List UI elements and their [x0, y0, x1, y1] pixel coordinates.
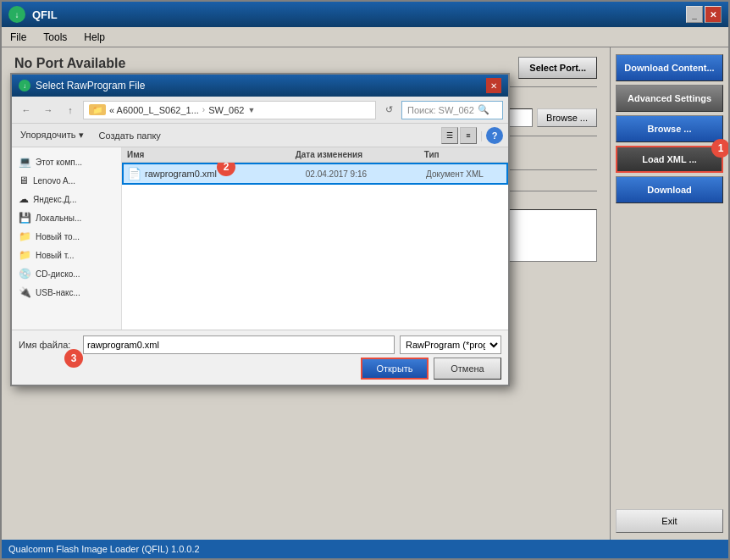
nav-cd[interactable]: 💿 CD-диско... — [12, 264, 121, 283]
minimize-button[interactable]: _ — [686, 6, 703, 23]
nav-label-computer: Этот комп... — [36, 158, 82, 167]
menu-bar: File Tools Help — [2, 27, 728, 47]
app-title: QFIL — [32, 8, 58, 21]
breadcrumb-current: SW_062 — [208, 105, 244, 115]
breadcrumb-sep: › — [202, 105, 205, 114]
filename-label: Имя файла: — [19, 340, 78, 350]
filetype-select[interactable]: RawProgram (*program*) — [400, 335, 501, 354]
file-name-bar: Имя файла: RawProgram (*program*) Открыт… — [12, 330, 508, 385]
file-date-rawprogram: 02.04.2017 9:16 — [306, 169, 426, 179]
dialog-title: Select RawProgram File — [36, 80, 145, 91]
help-button[interactable]: ? — [486, 127, 503, 144]
back-button[interactable]: ← — [17, 101, 36, 119]
view-sep: | — [480, 130, 483, 141]
download-button[interactable]: Download — [616, 176, 723, 203]
hdd-icon: 🖥 — [19, 175, 29, 186]
nav-label-yandex: Яндекс.Д... — [33, 195, 77, 204]
right-panel: Download Content... Advanced Settings Br… — [610, 47, 728, 540]
up-button[interactable]: ↑ — [61, 101, 80, 119]
file-list-header: Имя Дата изменения Тип — [122, 147, 508, 163]
breadcrumb-folder: 📁 — [89, 104, 106, 115]
view-controls: ☰ ≡ | ? — [441, 127, 503, 144]
right-spacer — [616, 207, 723, 506]
load-xml-button[interactable]: Load XML ... — [616, 146, 723, 173]
file-item-rawprogram[interactable]: 📄 rawprogram0.xml 02.04.2017 9:16 Докуме… — [122, 163, 508, 185]
nav-new-folder-2[interactable]: 📁 Новый т... — [12, 246, 121, 264]
programmer-browse-button[interactable]: Browse ... — [537, 108, 597, 127]
folder-icon-2: 📁 — [19, 249, 31, 261]
filename-row: Имя файла: RawProgram (*program*) — [19, 335, 501, 354]
refresh-button[interactable]: ↺ — [379, 101, 398, 119]
close-button[interactable]: ✕ — [705, 6, 722, 23]
status-bar-text: Qualcomm Flash Image Loader (QFIL) 1.0.0… — [8, 544, 200, 554]
nav-label-cd: CD-диско... — [36, 269, 80, 279]
exit-button[interactable]: Exit — [616, 509, 723, 533]
new-folder-button[interactable]: Создать папку — [96, 129, 164, 142]
search-text: Поиск: SW_062 — [407, 105, 474, 115]
col-date: Дата изменения — [290, 150, 419, 159]
main-panel: No Port Available Select Port... Select … — [2, 47, 610, 540]
new-folder-label: Создать папку — [99, 130, 161, 141]
badge-3: 3 — [64, 349, 83, 368]
dialog-action-buttons: Открыть Отмена 3 — [19, 358, 501, 380]
forward-button[interactable]: → — [39, 101, 58, 119]
nav-new-folder-1[interactable]: 📁 Новый то... — [12, 227, 121, 246]
window-controls: _ ✕ — [686, 6, 722, 23]
title-bar: ↓ QFIL _ ✕ — [2, 2, 728, 27]
right-browse-button[interactable]: Browse ... — [616, 115, 723, 142]
main-window: ↓ QFIL _ ✕ File Tools Help No Port Avail… — [0, 0, 730, 560]
menu-file[interactable]: File — [2, 30, 35, 45]
search-icon: 🔍 — [478, 104, 489, 115]
menu-tools[interactable]: Tools — [35, 30, 75, 45]
menu-help[interactable]: Help — [75, 30, 113, 45]
cd-icon: 💿 — [19, 268, 31, 280]
xml-file-icon: 📄 — [124, 167, 145, 180]
open-button[interactable]: Открыть — [361, 358, 429, 380]
action-bar: Упорядочить ▾ Создать папку ☰ ≡ | ? — [12, 124, 508, 147]
dialog-logo: ↓ — [19, 80, 30, 91]
view-list-button[interactable]: ☰ — [441, 127, 458, 144]
file-dialog: ↓ Select RawProgram File ✕ ← → ↑ 📁 « A60… — [10, 73, 510, 386]
organize-label: Упорядочить ▾ — [20, 130, 84, 141]
nav-usb[interactable]: 🔌 USB-накс... — [12, 283, 121, 302]
usb-icon: 🔌 — [19, 286, 31, 298]
col-type: Тип — [419, 150, 508, 159]
nav-label-new1: Новый то... — [36, 232, 80, 241]
nav-yandex[interactable]: ☁ Яндекс.Д... — [12, 190, 121, 208]
cancel-button[interactable]: Отмена — [434, 358, 501, 380]
nav-label-lenovo: Lenovo A... — [33, 176, 75, 186]
organize-button[interactable]: Упорядочить ▾ — [17, 128, 87, 142]
advanced-settings-button[interactable]: Advanced Settings — [616, 85, 723, 112]
breadcrumb-folder-name: « A6000_L_S062_1... — [109, 105, 199, 115]
col-name: Имя — [122, 150, 290, 159]
dialog-close-button[interactable]: ✕ — [486, 78, 501, 93]
content-area: No Port Available Select Port... Select … — [2, 47, 728, 540]
file-type-rawprogram: Документ XML — [426, 169, 506, 179]
computer-icon: 💻 — [19, 156, 31, 168]
file-list-area: Имя Дата изменения Тип 📄 rawprogram0.xml… — [122, 147, 508, 330]
select-port-button[interactable]: Select Port... — [518, 57, 597, 79]
cloud-icon: ☁ — [19, 193, 29, 205]
badge-1: 1 — [711, 139, 728, 158]
nav-lenovo[interactable]: 🖥 Lenovo A... — [12, 171, 121, 190]
nav-this-computer[interactable]: 💻 Этот комп... — [12, 152, 121, 171]
status-bar: Qualcomm Flash Image Loader (QFIL) 1.0.0… — [2, 540, 728, 558]
dialog-toolbar: ← → ↑ 📁 « A6000_L_S062_1... › SW_062 ▼ ↺ — [12, 97, 508, 124]
filename-input[interactable] — [83, 335, 395, 354]
file-list: 📄 rawprogram0.xml 02.04.2017 9:16 Докуме… — [122, 163, 508, 330]
dialog-body: 💻 Этот комп... 🖥 Lenovo A... ☁ Яндекс.Д.… — [12, 147, 508, 330]
nav-sidebar: 💻 Этот комп... 🖥 Lenovo A... ☁ Яндекс.Д.… — [12, 147, 122, 330]
drive-icon-1: 💾 — [19, 212, 31, 224]
search-box[interactable]: Поиск: SW_062 🔍 — [401, 101, 503, 119]
path-breadcrumb: 📁 « A6000_L_S062_1... › SW_062 ▼ — [83, 101, 376, 119]
download-content-button[interactable]: Download Content... — [616, 54, 723, 81]
breadcrumb-dropdown[interactable]: ▼ — [247, 106, 255, 114]
view-details-button[interactable]: ≡ — [460, 127, 477, 144]
nav-label-new2: Новый т... — [36, 251, 74, 260]
app-logo: ↓ — [8, 6, 25, 23]
dialog-title-bar: ↓ Select RawProgram File ✕ — [12, 75, 508, 97]
nav-label-local: Локальны... — [36, 213, 81, 223]
nav-local[interactable]: 💾 Локальны... — [12, 208, 121, 227]
load-xml-wrapper: Load XML ... 1 — [616, 146, 723, 173]
nav-label-usb: USB-накс... — [36, 288, 80, 297]
